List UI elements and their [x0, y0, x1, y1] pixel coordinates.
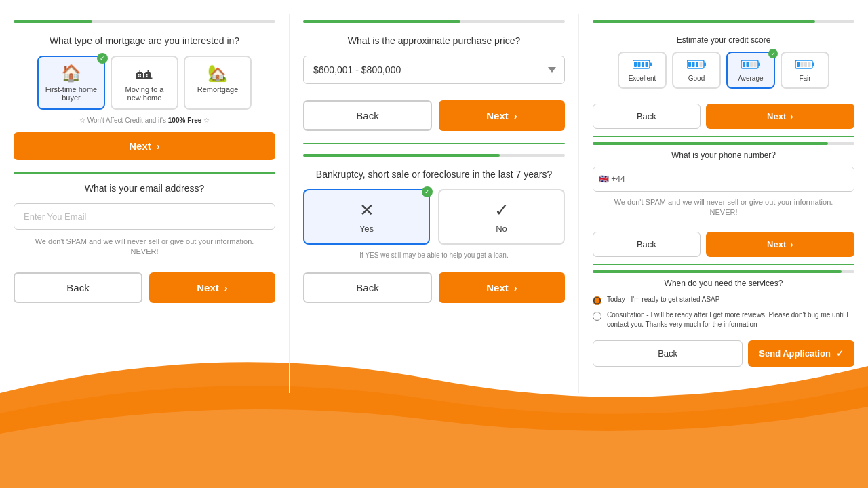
send-application-button[interactable]: Send Application ✓ — [748, 340, 854, 367]
progress-fill-1 — [14, 20, 92, 23]
section-divider-1 — [14, 172, 275, 174]
next-label-1: Next — [129, 140, 151, 152]
svg-rect-14 — [743, 62, 745, 67]
next-arrow-purchase: › — [514, 110, 517, 121]
credit-card-fair[interactable]: Fair — [781, 52, 829, 89]
back-button-purchase[interactable]: Back — [303, 100, 432, 131]
credit-card-good[interactable]: Good — [672, 52, 721, 89]
bankruptcy-no-card[interactable]: ✓ No — [438, 189, 565, 245]
credit-label-fair: Fair — [786, 75, 824, 82]
col-purchase-bankruptcy: What is the approximate purchase price? … — [290, 14, 579, 393]
mortgage-card-first-time[interactable]: ✓ 🏠 First-time home buyer — [37, 56, 105, 110]
progress-bar-5 — [593, 142, 854, 145]
purchase-buttons: Back Next › — [303, 100, 565, 131]
check-badge-yes: ✓ — [422, 186, 433, 197]
mortgage-cards: ✓ 🏠 First-time home buyer 🏘 Moving to a … — [14, 56, 275, 110]
svg-rect-23 — [808, 62, 811, 67]
section-divider-4 — [593, 264, 854, 265]
bankruptcy-buttons: Back Next › — [303, 272, 565, 303]
next-label-phone: Next — [767, 239, 786, 249]
col-mortgage-email: What type of mortgage are you interested… — [0, 14, 290, 393]
phone-buttons: Back Next › — [593, 232, 854, 257]
progress-fill-2 — [303, 20, 460, 23]
back-button-bankruptcy[interactable]: Back — [303, 272, 432, 303]
next-button-purchase[interactable]: Next › — [439, 100, 565, 131]
progress-fill-6 — [593, 270, 842, 273]
next-arrow-credit: › — [790, 111, 793, 121]
yes-label: Yes — [359, 224, 374, 234]
mortgage-label-moving: Moving to a new home — [125, 85, 164, 102]
credit-label-average: Average — [732, 75, 770, 82]
credit-title: Estimate your credit score — [677, 35, 771, 45]
radio-consult-input[interactable] — [593, 312, 601, 321]
col-credit-phone-services: Estimate your credit score Excellent — [579, 14, 868, 393]
svg-rect-7 — [704, 63, 706, 66]
next-arrow-phone: › — [790, 239, 793, 249]
mortgage-card-remortgage[interactable]: 🏡 Remortgage — [184, 56, 252, 110]
svg-rect-20 — [797, 62, 800, 67]
back-button-phone[interactable]: Back — [593, 232, 701, 257]
credit-buttons: Back Next › — [593, 104, 854, 129]
bankruptcy-yes-card[interactable]: ✓ ✕ Yes — [303, 189, 430, 245]
progress-fill-5 — [593, 142, 828, 145]
radio-today-input[interactable] — [593, 296, 601, 305]
battery-good — [677, 58, 715, 73]
email-title: What is your email address? — [85, 183, 205, 194]
battery-fair — [786, 58, 824, 73]
check-badge-average: ✓ — [768, 49, 778, 58]
svg-rect-3 — [638, 62, 641, 67]
progress-bar-3 — [303, 154, 565, 157]
phone-title: What is your phone number? — [671, 150, 776, 160]
phone-input[interactable] — [631, 167, 854, 191]
check-badge-first: ✓ — [97, 53, 108, 64]
progress-fill-4 — [593, 20, 815, 23]
send-label: Send Application — [759, 348, 831, 359]
email-input[interactable] — [14, 203, 275, 230]
progress-bar-4 — [593, 20, 854, 23]
mortgage-title: What type of mortgage are you interested… — [50, 35, 239, 46]
back-button-services[interactable]: Back — [593, 340, 743, 367]
purchase-price-dropdown[interactable]: $600,001 - $800,000 Under $100,000 $100,… — [303, 56, 565, 84]
svg-rect-8 — [688, 62, 691, 67]
phone-spam-note: We don't SPAM and we will never sell or … — [614, 197, 833, 218]
bankruptcy-note: If YES we still may be able to help you … — [359, 251, 508, 259]
free-note: ☆ Won't Affect Credit and it's 100% Free… — [79, 117, 210, 124]
svg-rect-5 — [646, 62, 648, 67]
svg-rect-17 — [754, 62, 757, 67]
phone-flag[interactable]: 🇬🇧 +44 — [593, 167, 631, 191]
services-title: When do you need the services? — [665, 279, 783, 288]
radio-today: Today - I'm ready to get started ASAP — [593, 295, 854, 305]
bankruptcy-cards: ✓ ✕ Yes ✓ No — [303, 189, 565, 245]
svg-rect-11 — [700, 62, 703, 67]
mortgage-card-moving[interactable]: 🏘 Moving to a new home — [111, 56, 178, 110]
next-button-credit[interactable]: Next › — [706, 104, 854, 129]
battery-excellent — [623, 58, 661, 73]
x-symbol: ✕ — [304, 200, 429, 221]
next-label-bankruptcy: Next — [486, 282, 509, 293]
back-button-email[interactable]: Back — [14, 272, 142, 303]
next-arrow-email: › — [224, 282, 228, 293]
credit-card-excellent[interactable]: Excellent — [618, 52, 667, 89]
remortgage-icon: 🏡 — [191, 64, 245, 83]
free-bold: 100% Free — [168, 117, 201, 124]
svg-rect-2 — [634, 62, 637, 67]
next-button-email[interactable]: Next › — [149, 272, 275, 303]
next-label-email: Next — [197, 282, 219, 293]
progress-bar-6 — [593, 270, 854, 273]
section-divider-3 — [593, 136, 854, 137]
mortgage-label-first: First-time home buyer — [45, 85, 97, 102]
purchase-title: What is the approximate purchase price? — [348, 35, 520, 46]
back-button-credit[interactable]: Back — [593, 104, 701, 129]
svg-rect-10 — [696, 62, 698, 67]
credit-card-average[interactable]: ✓ Average — [726, 52, 775, 89]
next-button-phone[interactable]: Next › — [706, 232, 854, 257]
next-button-bankruptcy[interactable]: Next › — [439, 272, 565, 303]
svg-rect-15 — [747, 62, 749, 67]
radio-today-label: Today - I'm ready to get started ASAP — [607, 295, 719, 304]
credit-label-good: Good — [677, 75, 715, 82]
next-label-purchase: Next — [486, 110, 509, 121]
section-divider-2 — [303, 143, 565, 144]
next-button-1[interactable]: Next › — [14, 132, 275, 160]
radio-consult: Consultation - I will be ready after I g… — [593, 310, 854, 329]
svg-rect-16 — [750, 62, 753, 67]
